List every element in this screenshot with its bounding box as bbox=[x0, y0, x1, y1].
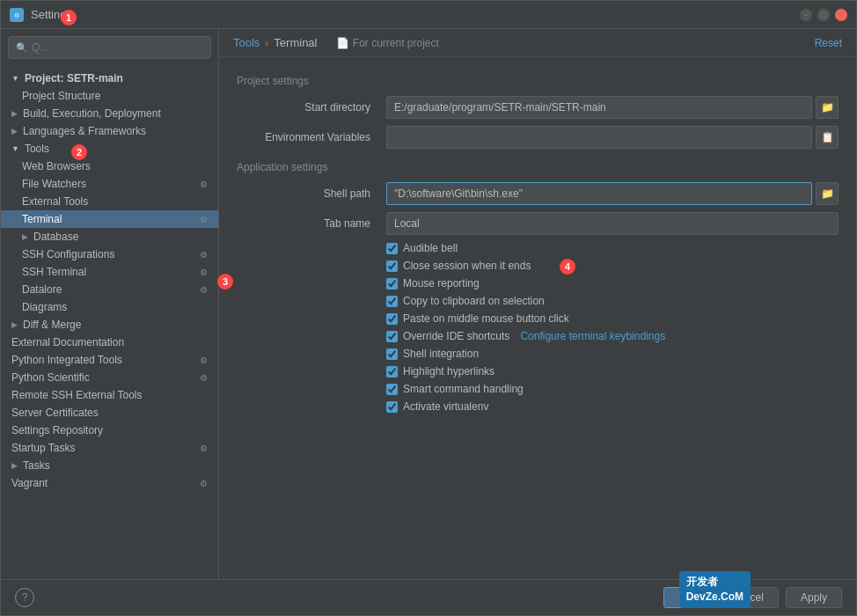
maximize-button[interactable]: □ bbox=[817, 9, 830, 21]
apply-button[interactable]: Apply bbox=[786, 587, 842, 608]
sidebar-item-languages[interactable]: ▶ Languages & Frameworks bbox=[1, 122, 218, 140]
sidebar-item-external-docs[interactable]: External Documentation bbox=[1, 334, 218, 351]
sidebar-item-label: Datalore bbox=[22, 283, 62, 296]
sidebar-item-tasks[interactable]: ▶ Tasks bbox=[1, 457, 218, 474]
sidebar-item-label: Languages & Frameworks bbox=[23, 125, 146, 137]
collapse-icon: ▼ bbox=[11, 144, 19, 153]
sidebar-item-startup-tasks[interactable]: Startup Tasks ⚙ bbox=[1, 439, 218, 457]
tab-name-input[interactable] bbox=[386, 212, 839, 235]
sidebar-item-label: External Tools bbox=[22, 195, 88, 208]
audible-bell-label[interactable]: Audible bell bbox=[386, 242, 458, 254]
search-input[interactable] bbox=[32, 41, 203, 54]
close-session-label[interactable]: Close session when it ends bbox=[386, 260, 531, 272]
reset-button[interactable]: Reset bbox=[815, 37, 842, 49]
expand-icon: ▶ bbox=[11, 320, 18, 329]
sidebar-item-label: Project: SETR-main bbox=[25, 72, 123, 84]
copy-clipboard-row: Copy to clipboard on selection bbox=[237, 295, 839, 307]
smart-command-checkbox[interactable] bbox=[386, 384, 398, 395]
sidebar-item-diff-merge[interactable]: ▶ Diff & Merge bbox=[1, 316, 218, 334]
start-directory-input[interactable] bbox=[386, 96, 812, 119]
sidebar-item-settings-repo[interactable]: Settings Repository bbox=[1, 422, 218, 439]
sidebar-item-external-tools[interactable]: External Tools bbox=[1, 193, 218, 210]
activate-virtualenv-checkbox[interactable] bbox=[386, 401, 398, 413]
env-variables-label: Environment Variables bbox=[237, 131, 377, 143]
sidebar-item-project-structure[interactable]: Project Structure bbox=[1, 87, 218, 105]
env-variables-row: Environment Variables 📋 bbox=[237, 126, 839, 149]
minimize-button[interactable]: − bbox=[800, 9, 812, 21]
sidebar-item-terminal[interactable]: Terminal ⚙ bbox=[1, 210, 218, 228]
close-session-checkbox[interactable] bbox=[386, 260, 398, 272]
search-box[interactable]: 🔍 bbox=[8, 36, 211, 59]
sidebar-item-label: Tools bbox=[25, 143, 49, 155]
sidebar-item-remote-ssh[interactable]: Remote SSH External Tools bbox=[1, 386, 218, 404]
smart-command-label[interactable]: Smart command handling bbox=[386, 383, 524, 395]
sidebar-item-label: Startup Tasks bbox=[11, 442, 75, 454]
mouse-reporting-label[interactable]: Mouse reporting bbox=[386, 277, 480, 290]
sidebar-item-datalore[interactable]: Datalore ⚙ bbox=[1, 281, 218, 298]
paste-middle-row: Paste on middle mouse button click bbox=[237, 312, 839, 325]
env-variables-input[interactable] bbox=[386, 126, 812, 149]
settings-badge: ⚙ bbox=[200, 444, 208, 453]
sidebar-item-project[interactable]: ▼ Project: SETR-main bbox=[1, 70, 218, 87]
close-button[interactable]: ✕ bbox=[835, 9, 847, 21]
close-session-row: Close session when it ends bbox=[237, 260, 839, 272]
audible-bell-row: Audible bell bbox=[237, 242, 839, 254]
sidebar-item-label: Terminal bbox=[22, 213, 62, 225]
sidebar-item-web-browsers[interactable]: Web Browsers bbox=[1, 158, 218, 175]
sidebar-item-python-scientific[interactable]: Python Scientific ⚙ bbox=[1, 369, 218, 386]
sidebar-item-file-watchers[interactable]: File Watchers ⚙ bbox=[1, 175, 218, 193]
window-controls: − □ ✕ bbox=[800, 9, 847, 21]
sidebar-item-vagrant[interactable]: Vagrant ⚙ bbox=[1, 474, 218, 492]
svg-text:⚙: ⚙ bbox=[14, 12, 19, 18]
start-directory-browse-btn[interactable]: 📁 bbox=[816, 96, 839, 119]
sidebar-item-diagrams[interactable]: Diagrams bbox=[1, 298, 218, 316]
shell-path-browse-btn[interactable]: 📁 bbox=[816, 182, 839, 205]
window-title: Settings bbox=[31, 8, 800, 21]
shell-integration-label[interactable]: Shell integration bbox=[386, 348, 479, 360]
sidebar-item-database[interactable]: ▶ Database bbox=[1, 228, 218, 246]
override-ide-checkbox[interactable] bbox=[386, 331, 398, 342]
sidebar-item-label: Remote SSH External Tools bbox=[11, 389, 143, 401]
override-ide-label[interactable]: Override IDE shortcuts bbox=[386, 330, 509, 342]
titlebar: ⚙ Settings − □ ✕ bbox=[1, 1, 856, 29]
copy-clipboard-label[interactable]: Copy to clipboard on selection bbox=[386, 295, 545, 307]
sidebar-item-label: Server Certificates bbox=[11, 407, 99, 419]
settings-badge: ⚙ bbox=[200, 268, 208, 277]
main-content: Tools › Terminal 📄 For current project R… bbox=[219, 29, 856, 579]
help-button[interactable]: ? bbox=[15, 588, 34, 607]
settings-badge: ⚙ bbox=[200, 479, 208, 488]
sidebar-item-python-integrated[interactable]: Python Integrated Tools ⚙ bbox=[1, 351, 218, 369]
configure-keybindings-link[interactable]: Configure terminal keybindings bbox=[520, 330, 665, 342]
shell-path-input[interactable] bbox=[386, 182, 812, 205]
sidebar-item-build[interactable]: ▶ Build, Execution, Deployment bbox=[1, 105, 218, 122]
shell-integration-checkbox[interactable] bbox=[386, 348, 398, 360]
sidebar-item-ssh-configurations[interactable]: SSH Configurations ⚙ bbox=[1, 246, 218, 263]
highlight-hyperlinks-checkbox[interactable] bbox=[386, 366, 398, 378]
activate-virtualenv-label[interactable]: Activate virtualenv bbox=[386, 400, 488, 413]
sidebar-item-label: External Documentation bbox=[11, 336, 124, 348]
tab-name-row: Tab name bbox=[237, 212, 839, 235]
breadcrumb-parent[interactable]: Tools bbox=[233, 36, 260, 49]
app-settings-label: Application settings bbox=[237, 161, 839, 173]
mouse-reporting-checkbox[interactable] bbox=[386, 278, 398, 290]
settings-badge: ⚙ bbox=[200, 373, 208, 383]
sidebar-item-label: Tasks bbox=[23, 459, 50, 472]
env-variables-browse-btn[interactable]: 📋 bbox=[816, 126, 839, 149]
paste-middle-label[interactable]: Paste on middle mouse button click bbox=[386, 312, 569, 325]
sidebar-item-server-certs[interactable]: Server Certificates bbox=[1, 404, 218, 422]
tab-name-label: Tab name bbox=[237, 217, 377, 230]
paste-middle-checkbox[interactable] bbox=[386, 313, 398, 325]
activate-virtualenv-row: Activate virtualenv bbox=[237, 400, 839, 413]
expand-icon: ▶ bbox=[11, 109, 18, 118]
audible-bell-checkbox[interactable] bbox=[386, 243, 398, 254]
app-icon: ⚙ bbox=[10, 8, 24, 22]
highlight-hyperlinks-label[interactable]: Highlight hyperlinks bbox=[386, 365, 494, 378]
copy-clipboard-checkbox[interactable] bbox=[386, 296, 398, 307]
sidebar-item-label: Diagrams bbox=[22, 301, 67, 313]
sidebar-item-ssh-terminal[interactable]: SSH Terminal ⚙ bbox=[1, 263, 218, 281]
sidebar-nav: ▼ Project: SETR-main Project Structure ▶… bbox=[1, 66, 218, 579]
for-current-project-tab[interactable]: 📄 For current project bbox=[336, 37, 438, 49]
expand-icon: ▶ bbox=[22, 232, 28, 241]
sidebar-item-tools[interactable]: ▼ Tools bbox=[1, 140, 218, 158]
project-settings-label: Project settings bbox=[237, 75, 839, 87]
